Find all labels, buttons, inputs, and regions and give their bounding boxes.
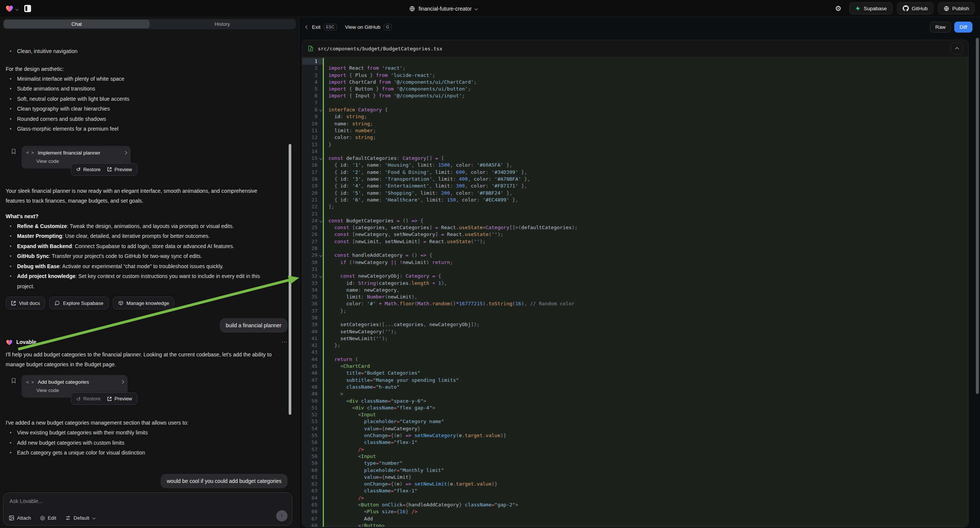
supabase-label: Supabase bbox=[864, 6, 887, 11]
line-number: 45 bbox=[302, 363, 323, 370]
visit-docs-button[interactable]: Visit docs bbox=[6, 297, 45, 309]
publish-button[interactable]: Publish bbox=[938, 2, 975, 14]
raw-toggle-button[interactable]: Raw bbox=[930, 22, 951, 33]
fold-chevron-icon[interactable] bbox=[319, 219, 322, 222]
line-number: 8 bbox=[302, 107, 323, 113]
fold-chevron-icon[interactable] bbox=[319, 254, 322, 257]
top-bar: financial-future-creator ⚙ Supabase GitH… bbox=[0, 0, 980, 17]
code-line: 50 <div className="space-y-6"> bbox=[302, 398, 968, 404]
file-path: src/components/budget/BudgetCategories.t… bbox=[318, 46, 442, 51]
next-step-item: Add project knowledge: Set key context o… bbox=[6, 271, 273, 291]
line-number: 28 bbox=[302, 245, 323, 252]
manage-knowledge-button[interactable]: Manage knowledge bbox=[113, 297, 175, 309]
line-number: 1 bbox=[302, 58, 323, 65]
code-line: 39 setCategories([...categories, newCate… bbox=[302, 321, 968, 328]
prompt-input[interactable] bbox=[9, 497, 269, 512]
line-number: 48 bbox=[302, 384, 323, 391]
line-number: 42 bbox=[302, 342, 323, 349]
bookmark-icon[interactable] bbox=[11, 148, 17, 169]
bookmark-icon[interactable] bbox=[11, 377, 17, 398]
restore-icon: ↺ bbox=[76, 167, 81, 172]
line-number: 7 bbox=[302, 100, 323, 107]
settings-button[interactable]: ⚙ bbox=[832, 2, 845, 15]
next-step-item: Debug with Ease: Activate our experiment… bbox=[6, 261, 273, 272]
collapse-file-button[interactable] bbox=[951, 43, 963, 54]
line-number: 54 bbox=[302, 425, 323, 432]
line-number: 41 bbox=[302, 335, 323, 342]
next-steps-list: Refine & Customize: Tweak the design, an… bbox=[6, 221, 273, 292]
code-line: 68 </Button> bbox=[302, 522, 968, 527]
line-number: 22 bbox=[302, 204, 323, 210]
fold-chevron-icon[interactable] bbox=[319, 108, 322, 111]
code-line: 47 subtitle="Manage your spending limits… bbox=[302, 377, 968, 384]
fold-chevron-icon[interactable] bbox=[319, 275, 322, 278]
line-number: 36 bbox=[302, 301, 323, 307]
external-link-icon bbox=[107, 396, 112, 401]
project-switcher[interactable]: financial-future-creator bbox=[409, 0, 477, 17]
tab-chat[interactable]: Chat bbox=[4, 20, 150, 29]
version-card-body[interactable]: < > Implement financial planner View cod… bbox=[22, 146, 131, 169]
code-line: 49 > bbox=[302, 391, 968, 397]
edit-mode-button[interactable]: ◎ Edit bbox=[40, 514, 56, 521]
line-number: 30 bbox=[302, 259, 323, 266]
assistant-header: Lovable ⋯ bbox=[6, 339, 288, 345]
line-number: 2 bbox=[302, 65, 323, 72]
send-button[interactable]: ↑ bbox=[276, 510, 288, 522]
code-line: 21 { id: '6', name: 'Healthcare', limit:… bbox=[302, 197, 968, 204]
mode-select[interactable]: Default bbox=[65, 515, 95, 521]
attach-button[interactable]: Attach bbox=[9, 515, 31, 521]
lovable-logo-icon[interactable] bbox=[5, 5, 14, 12]
view-on-github-button[interactable]: View on GitHub G bbox=[345, 24, 392, 30]
line-number: 9 bbox=[302, 113, 323, 120]
publish-globe-icon bbox=[943, 6, 949, 11]
version-card-body[interactable]: < > Add budget categories View code ↺Res… bbox=[22, 375, 128, 398]
code-line: 10 name: string; bbox=[302, 121, 968, 127]
line-number: 11 bbox=[302, 127, 323, 134]
bullet-item: Add new budget categories with custom li… bbox=[6, 438, 275, 448]
fold-chevron-icon[interactable] bbox=[319, 157, 322, 160]
message-menu-icon[interactable]: ⋯ bbox=[282, 339, 288, 345]
code-line: 22]; bbox=[302, 204, 968, 210]
chat-scrollbar[interactable] bbox=[289, 144, 291, 415]
project-title: financial-future-creator bbox=[418, 6, 472, 12]
code-line: 36 color: '#' + Math.floor(Math.random()… bbox=[302, 301, 968, 307]
supabase-button[interactable]: Supabase bbox=[849, 2, 892, 14]
assistant-name: Lovable bbox=[16, 339, 37, 345]
code-panel: Exit esc View on GitHub G Raw Diff src/c… bbox=[299, 17, 980, 528]
exit-button[interactable]: Exit esc bbox=[306, 24, 337, 30]
github-icon bbox=[903, 5, 909, 11]
line-number: 56 bbox=[302, 439, 323, 446]
code-scrollbar[interactable] bbox=[976, 38, 979, 394]
diff-toggle-button[interactable]: Diff bbox=[954, 22, 972, 33]
version-card: < > Add budget categories View code ↺Res… bbox=[11, 375, 288, 398]
line-number: 17 bbox=[302, 169, 323, 176]
logo-menu-chevron-icon[interactable] bbox=[16, 5, 18, 12]
tab-history[interactable]: History bbox=[150, 20, 296, 29]
restore-button[interactable]: ↺Restore bbox=[76, 167, 100, 172]
file-header[interactable]: src/components/budget/BudgetCategories.t… bbox=[302, 40, 968, 57]
code-line: 9 id: string; bbox=[302, 113, 968, 120]
bullet-item: Minimalist interface with plenty of whit… bbox=[6, 74, 275, 84]
github-button[interactable]: GitHub bbox=[897, 2, 934, 14]
line-number: 38 bbox=[302, 314, 323, 321]
explore-supabase-button[interactable]: Explore Supabase bbox=[49, 297, 108, 309]
code-line: 60 placeholder="Monthly limit" bbox=[302, 467, 968, 474]
publish-label: Publish bbox=[952, 6, 969, 11]
preview-button[interactable]: Preview bbox=[107, 396, 132, 401]
code-line: 44 return ( bbox=[302, 356, 968, 363]
line-number: 46 bbox=[302, 370, 323, 377]
line-number: 66 bbox=[302, 508, 323, 515]
bullet-item: Clean typography with clear hierarchies bbox=[6, 104, 275, 114]
code-line: 29 const handleAddCategory = () => { bbox=[302, 252, 968, 259]
chat-scroll-area[interactable]: Clean, intuitive navigation For the desi… bbox=[0, 46, 299, 490]
sidebar-toggle-button[interactable] bbox=[22, 3, 33, 14]
restore-button[interactable]: ↺Restore bbox=[76, 396, 100, 401]
code-line: 52 <Input bbox=[302, 411, 968, 418]
code-line: 54 value={newCategory} bbox=[302, 425, 968, 432]
code-area[interactable]: 12import React from 'react';3import { Pl… bbox=[302, 57, 968, 527]
line-number: 50 bbox=[302, 398, 323, 404]
code-line: 55 onChange={(e) => setNewCategory(e.tar… bbox=[302, 432, 968, 439]
code-line: 61 value={newLimit} bbox=[302, 474, 968, 481]
next-step-item: Expand with Backend: Connect Supabase to… bbox=[6, 241, 273, 251]
preview-button[interactable]: Preview bbox=[107, 167, 132, 172]
